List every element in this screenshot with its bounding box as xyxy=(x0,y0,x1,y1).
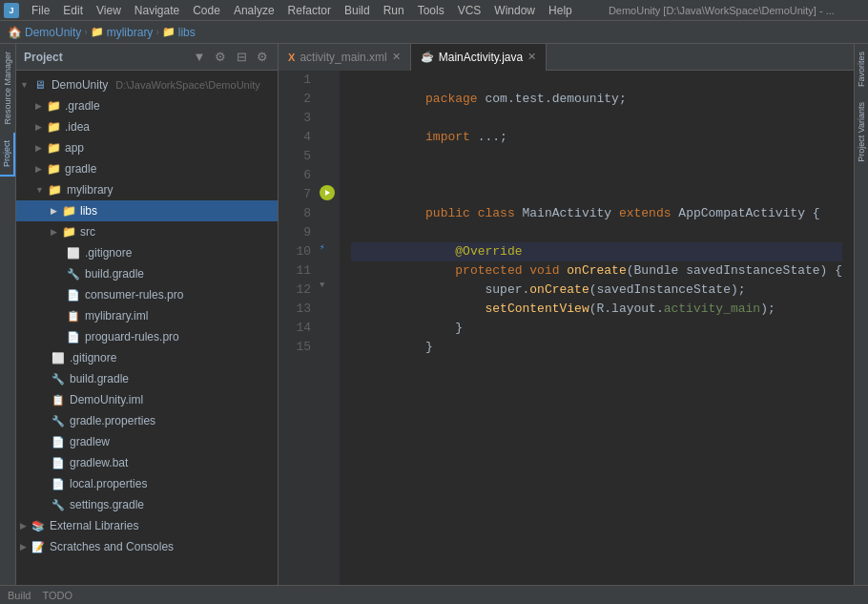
tree-label-gradle: .gradle xyxy=(65,99,100,113)
file-pro-icon: 📄 xyxy=(66,287,81,302)
breadcrumb-root[interactable]: DemoUnity xyxy=(25,26,81,39)
panel-collapse-icon[interactable]: ⊟ xyxy=(234,50,249,65)
tree-item-src[interactable]: ▶ 📁 src xyxy=(16,221,278,242)
tree-item-build-gradle-root[interactable]: 🔧 build.gradle xyxy=(16,368,278,389)
menu-file[interactable]: File xyxy=(25,2,56,19)
chevron-right-icon: ▶ xyxy=(35,122,42,132)
folder-src-icon: 📁 xyxy=(61,224,76,240)
file-gradle-props-icon: 🔧 xyxy=(51,413,66,428)
menu-code[interactable]: Code xyxy=(186,2,227,19)
tab-java[interactable]: ☕ MainActivity.java ✕ xyxy=(411,44,547,71)
chevron-right-icon: ▶ xyxy=(35,101,42,111)
menu-window[interactable]: Window xyxy=(487,2,542,19)
tree-label-gitignore-ml: .gitignore xyxy=(85,246,132,260)
panel-settings-icon[interactable]: ⚙ xyxy=(213,50,228,65)
menu-run[interactable]: Run xyxy=(377,2,411,19)
chevron-right-icon: ▶ xyxy=(20,542,27,552)
tree-item-app[interactable]: ▶ 📁 app xyxy=(16,137,278,158)
build-tab[interactable]: Build xyxy=(8,590,31,601)
chevron-down-icon: ▼ xyxy=(35,185,44,195)
menu-help[interactable]: Help xyxy=(542,2,579,19)
sidebar-tab-variants[interactable]: Project Variants xyxy=(855,94,868,170)
tab-xml[interactable]: X activity_main.xml ✕ xyxy=(279,44,411,71)
tree-item-gradle[interactable]: ▶ 📁 .gradle xyxy=(16,95,278,116)
file-gradlew-bat-icon: 📄 xyxy=(51,455,66,470)
menubar: J File Edit View Navigate Code Analyze R… xyxy=(0,0,868,21)
tree-item-settings-gradle[interactable]: 🔧 settings.gradle xyxy=(16,494,278,515)
tree-label-gradle-props: gradle.properties xyxy=(70,414,155,427)
folder-gradle2-icon: 📁 xyxy=(46,161,61,177)
tree-item-demounity-root[interactable]: ▼ 🖥 DemoUnity D:\JavaWorkSpace\DemoUnity xyxy=(16,74,278,95)
tree-item-gradlew[interactable]: 📄 gradlew xyxy=(16,431,278,452)
breadcrumb-item-1[interactable]: mylibrary xyxy=(107,26,154,39)
tree-label-app: app xyxy=(65,141,84,155)
tree-item-build-gradle-ml[interactable]: 🔧 build.gradle xyxy=(16,263,278,284)
file-demounity-iml-icon: 📋 xyxy=(51,392,66,407)
tree-path: D:\JavaWorkSpace\DemoUnity xyxy=(115,79,259,91)
file-git-root-icon: ⬜ xyxy=(51,350,66,365)
file-iml-icon: 📋 xyxy=(66,308,81,323)
todo-tab[interactable]: TODO xyxy=(42,590,72,601)
tree-item-mylibrary-iml[interactable]: 📋 mylibrary.iml xyxy=(16,305,278,326)
tree-item-gradle-props[interactable]: 🔧 gradle.properties xyxy=(16,410,278,431)
tree-item-idea[interactable]: ▶ 📁 .idea xyxy=(16,116,278,137)
tree-item-local-props[interactable]: 📄 local.properties xyxy=(16,473,278,494)
tree-label-idea: .idea xyxy=(65,120,90,134)
editor-tabs: X activity_main.xml ✕ ☕ MainActivity.jav… xyxy=(279,44,854,71)
menu-vcs[interactable]: VCS xyxy=(451,2,488,19)
tree-item-libs[interactable]: ▶ 📁 libs xyxy=(16,200,278,221)
run-gutter-icon[interactable] xyxy=(320,185,335,200)
folder-gradle-icon: 📁 xyxy=(46,98,61,114)
xml-tab-close[interactable]: ✕ xyxy=(392,51,401,63)
tree-item-gitignore-ml[interactable]: ⬜ .gitignore xyxy=(16,242,278,263)
sidebar-tab-project[interactable]: Project xyxy=(0,133,15,177)
tree-item-mylibrary[interactable]: ▼ 📁 mylibrary xyxy=(16,179,278,200)
menu-edit[interactable]: Edit xyxy=(56,2,90,19)
menu-build[interactable]: Build xyxy=(338,2,377,19)
file-git-icon: ⬜ xyxy=(66,245,81,260)
tree-item-external-libs[interactable]: ▶ 📚 External Libraries xyxy=(16,515,278,536)
panel-title: Project xyxy=(24,51,186,64)
menu-navigate[interactable]: Navigate xyxy=(128,2,186,19)
right-sidebar-tabs: Favorites Project Variants xyxy=(854,44,868,585)
sidebar-tab-resource-manager[interactable]: Resource Manager xyxy=(1,44,14,133)
menu-refactor[interactable]: Refactor xyxy=(281,2,338,19)
folder-mylibrary-icon: 📁 xyxy=(48,182,63,198)
fold-icon-12[interactable]: ▼ xyxy=(320,281,324,290)
line-numbers: 1 2 3 4 5 6 7 8 9 10 11 12 13 14 15 xyxy=(279,71,317,585)
folder-ext-icon: 📚 xyxy=(31,518,46,533)
code-content[interactable]: package com.test.demounity; import ...; … xyxy=(340,71,854,585)
tree-item-gitignore-root[interactable]: ⬜ .gitignore xyxy=(16,347,278,368)
sidebar-tab-favorites[interactable]: Favorites xyxy=(855,44,868,94)
chevron-right-icon: ▶ xyxy=(35,143,42,153)
panel-dropdown-icon[interactable]: ▼ xyxy=(192,50,207,65)
tree-item-consumer-rules[interactable]: 📄 consumer-rules.pro xyxy=(16,284,278,305)
tree-item-proguard-rules[interactable]: 📄 proguard-rules.pro xyxy=(16,326,278,347)
breadcrumb-sep-2: › xyxy=(155,27,158,37)
breadcrumb-item-2[interactable]: libs xyxy=(178,26,196,39)
menu-analyze[interactable]: Analyze xyxy=(227,2,281,19)
xml-tab-icon: X xyxy=(288,52,295,63)
menu-tools[interactable]: Tools xyxy=(411,2,451,19)
code-line-6 xyxy=(351,166,842,185)
panel-gear-icon[interactable]: ⚙ xyxy=(255,50,270,65)
breadcrumb-sep-1: › xyxy=(84,27,87,37)
tree-label: DemoUnity xyxy=(52,78,108,92)
panel-header: Project ▼ ⚙ ⊟ ⚙ xyxy=(16,44,278,71)
code-line-9: @Override xyxy=(351,223,842,242)
folder-icon: 🖥 xyxy=(32,77,48,93)
tree-item-gradlew-bat[interactable]: 📄 gradlew.bat xyxy=(16,452,278,473)
tree-item-gradle2[interactable]: ▶ 📁 gradle xyxy=(16,158,278,179)
tree-item-scratches[interactable]: ▶ 📝 Scratches and Consoles xyxy=(16,536,278,557)
fold-icon-10[interactable]: ⚡ xyxy=(320,242,324,253)
tree-label-gradlew: gradlew xyxy=(70,435,110,448)
breadcrumb-folder-icon: 🏠 xyxy=(8,26,22,39)
tree-item-demounity-iml[interactable]: 📋 DemoUnity.iml xyxy=(16,389,278,410)
main-layout: Resource Manager Project Project ▼ ⚙ ⊟ ⚙… xyxy=(0,44,868,585)
tree-label-gradlew-bat: gradlew.bat xyxy=(70,456,128,469)
breadcrumb: 🏠 DemoUnity › 📁 mylibrary › 📁 libs xyxy=(8,26,196,39)
menu-view[interactable]: View xyxy=(90,2,128,19)
breadcrumb-folder-1-icon: 📁 xyxy=(91,26,104,38)
java-tab-close[interactable]: ✕ xyxy=(527,51,536,63)
java-tab-icon: ☕ xyxy=(421,51,434,63)
